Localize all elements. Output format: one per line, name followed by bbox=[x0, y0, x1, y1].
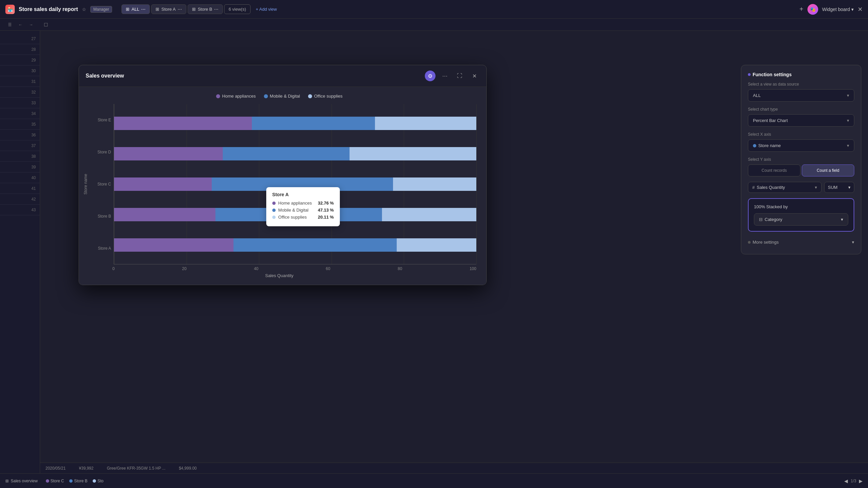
tab-more-icon[interactable]: ⋯ bbox=[141, 7, 146, 12]
close-top-btn[interactable]: ✕ bbox=[858, 6, 863, 13]
row-number: 42 bbox=[0, 194, 40, 204]
back-btn[interactable]: ← bbox=[16, 21, 25, 28]
chevron-down-icon-stacked: ▾ bbox=[841, 217, 843, 222]
chevron-down-icon-x: ▾ bbox=[847, 143, 849, 148]
legend-dot-mobile bbox=[264, 94, 268, 98]
more-settings-dot bbox=[748, 241, 751, 244]
manager-badge: Manager bbox=[90, 6, 112, 13]
avatar: 🎭 bbox=[807, 4, 818, 15]
settings-dot bbox=[748, 73, 751, 76]
grid-icon-a: ⊞ bbox=[156, 7, 159, 12]
modal-overlay: Sales overview ⚙ ⋯ ⛶ ✕ Home appliances bbox=[40, 62, 868, 488]
legend-item-home: Home appliances bbox=[216, 94, 255, 99]
bar-chart: Store name Store E Store D Store C Store… bbox=[82, 104, 476, 264]
view-count[interactable]: 6 view(s) bbox=[224, 4, 250, 14]
more-options-btn[interactable]: ⋯ bbox=[439, 70, 450, 81]
settings-icon-btn[interactable]: ⚙ bbox=[425, 70, 435, 81]
stacked-dropdown[interactable]: ⊟ Category ▾ bbox=[754, 213, 848, 226]
chevron-down-icon-field: ▾ bbox=[815, 185, 817, 190]
widget-name-label: Sales overview bbox=[11, 479, 38, 483]
row-number: 36 bbox=[0, 130, 40, 140]
expand-btn[interactable]: ⛶ bbox=[454, 70, 465, 81]
widget-board-btn[interactable]: Widget board ▾ bbox=[822, 7, 854, 12]
stacked-bar-store-d bbox=[114, 147, 476, 160]
tab-store-a[interactable]: ⊞ Store A ⋯ bbox=[151, 4, 186, 14]
chevron-down-icon-chart: ▾ bbox=[847, 118, 849, 123]
x-axis-labels: 0 20 40 60 80 100 bbox=[82, 264, 476, 271]
checkbox-icon[interactable]: ☐ bbox=[41, 21, 51, 29]
count-field-btn[interactable]: Count a field bbox=[802, 164, 854, 176]
y-agg-dropdown[interactable]: SUM ▾ bbox=[824, 182, 854, 193]
data-source-dropdown[interactable]: ALL ▾ bbox=[748, 89, 854, 102]
x-axis-title: Sales Quantity bbox=[82, 273, 476, 278]
grid-icon: ⊞ bbox=[126, 7, 129, 12]
row-number: 39 bbox=[0, 162, 40, 172]
chevron-down-icon-agg: ▾ bbox=[848, 185, 850, 190]
legend-dot-home bbox=[216, 94, 220, 98]
next-page-btn[interactable]: ▶ bbox=[859, 478, 863, 484]
bar-seg-home-d bbox=[114, 147, 223, 160]
bar-row-store-c[interactable] bbox=[114, 174, 476, 194]
bottom-legend-store-sto: Sto bbox=[93, 479, 103, 483]
row-number: 38 bbox=[0, 151, 40, 162]
close-modal-btn[interactable]: ✕ bbox=[469, 70, 480, 81]
bar-seg-mobile-a bbox=[234, 238, 396, 252]
app-icon: 🏪 bbox=[5, 5, 15, 14]
chevron-down-icon: ▾ bbox=[847, 93, 849, 98]
row-number: 29 bbox=[0, 55, 40, 66]
more-settings-btn[interactable]: More settings ▾ bbox=[748, 237, 854, 247]
prev-page-btn[interactable]: ◀ bbox=[844, 478, 848, 484]
bar-seg-mobile-b bbox=[215, 208, 382, 221]
plus-icon[interactable]: + bbox=[800, 5, 803, 13]
tab-all[interactable]: ⊞ ALL ⋯ bbox=[121, 4, 150, 14]
add-view-btn[interactable]: + Add view bbox=[252, 5, 281, 14]
row-number: 40 bbox=[0, 172, 40, 183]
stacked-bar-store-b bbox=[114, 208, 476, 221]
stacked-section: 100% Stacked by ⊟ Category ▾ bbox=[748, 198, 854, 232]
settings-panel: Function settings Select a view as data … bbox=[741, 65, 861, 254]
legend-item-mobile: Mobile & Digital bbox=[264, 94, 300, 99]
row-numbers: 2728293031323334353637383940414243 bbox=[0, 31, 40, 488]
main-layout: 2728293031323334353637383940414243 Sales… bbox=[0, 31, 868, 488]
bottom-dot-store-c bbox=[46, 479, 49, 483]
y-axis-btn-group: Count records Count a field bbox=[748, 164, 854, 176]
star-icon[interactable]: ☆ bbox=[82, 7, 86, 12]
row-number: 28 bbox=[0, 44, 40, 55]
bar-seg-office-c bbox=[393, 177, 476, 191]
chart-type-dropdown[interactable]: Percent Bar Chart ▾ bbox=[748, 114, 854, 127]
stacked-bar-store-e bbox=[114, 117, 476, 130]
bar-row-store-a[interactable] bbox=[114, 235, 476, 255]
category-icon: ⊟ bbox=[759, 217, 763, 222]
bar-seg-home-c bbox=[114, 177, 212, 191]
count-records-btn[interactable]: Count records bbox=[748, 164, 800, 176]
chart-type-label: Select chart type bbox=[748, 107, 854, 111]
forward-btn[interactable]: → bbox=[26, 21, 36, 28]
bar-seg-home-b bbox=[114, 208, 215, 221]
widget-grid-icon: ⊞ bbox=[5, 479, 9, 483]
y-field-dropdown[interactable]: # Sales Quantity ▾ bbox=[748, 182, 822, 193]
modal-header: Sales overview ⚙ ⋯ ⛶ ✕ bbox=[79, 65, 486, 87]
legend-item-office: Office supplies bbox=[308, 94, 343, 99]
modal-actions: ⚙ ⋯ ⛶ ✕ bbox=[425, 70, 480, 81]
x-axis-dropdown[interactable]: Store name ▾ bbox=[748, 139, 854, 152]
bar-row-store-e[interactable] bbox=[114, 113, 476, 133]
bar-row-store-b[interactable] bbox=[114, 204, 476, 225]
tab-store-b[interactable]: ⊞ Store B ⋯ bbox=[188, 4, 223, 14]
row-number: 27 bbox=[0, 33, 40, 44]
tab-more-icon-b[interactable]: ⋯ bbox=[214, 7, 218, 12]
bar-seg-office-a bbox=[397, 238, 476, 252]
bottom-legend: Store C Store B Sto bbox=[46, 479, 104, 483]
legend-dot-office bbox=[308, 94, 312, 98]
bottom-bar: ⊞ Sales overview Store C Store B Sto ◀ 1… bbox=[0, 473, 868, 488]
tab-more-icon-a[interactable]: ⋯ bbox=[178, 7, 182, 12]
nav-icon[interactable]: ☰ bbox=[5, 21, 14, 28]
bar-seg-office-b bbox=[382, 208, 476, 221]
chevron-down-icon: ▾ bbox=[851, 7, 854, 12]
row-number: 30 bbox=[0, 66, 40, 76]
y-axis-title: Store name bbox=[82, 104, 89, 264]
function-settings-title: Function settings bbox=[748, 72, 854, 77]
widget-name-bar: ⊞ Sales overview bbox=[5, 479, 38, 483]
sub-bar: ☰ ← → ☐ bbox=[0, 19, 868, 31]
bar-row-store-d[interactable] bbox=[114, 144, 476, 164]
chart-legend: Home appliances Mobile & Digital Office … bbox=[82, 94, 476, 99]
